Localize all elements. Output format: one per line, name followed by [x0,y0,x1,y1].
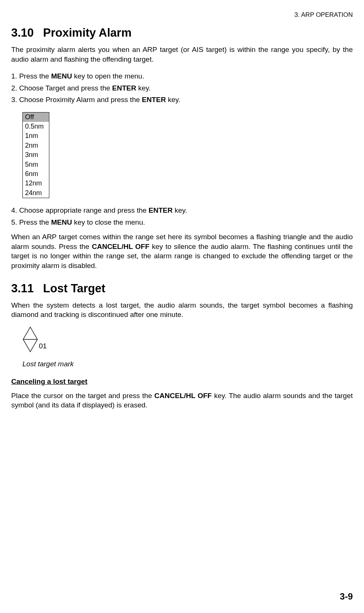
menu-option-6nm: 6nm [23,169,49,179]
menu-option-off: Off [23,113,49,122]
lost-target-caption: Lost target mark [22,360,353,368]
section-heading-310: 3.10Proximity Alarm [11,26,353,40]
section-title: Lost Target [43,282,105,295]
section-title: Proximity Alarm [43,26,132,39]
canceling-lost-target-body: Place the cursor on the target and press… [11,391,353,410]
section-number: 3.10 [11,26,34,39]
step-5: 5. Press the MENU key to close the menu. [11,217,353,228]
steps-list-2: 4. Choose appropriate range and press th… [11,205,353,228]
step-1: 1. Press the MENU key to open the menu. [11,71,353,81]
section-311-intro: When the system detects a lost target, t… [11,301,353,320]
section-heading-311: 3.11Lost Target [11,282,353,295]
chapter-header: 3. ARP OPERATION [11,11,353,19]
step-2: 2. Choose Target and press the ENTER key… [11,83,353,93]
menu-option-5nm: 5nm [23,160,49,169]
section-310-intro: The proximity alarm alerts you when an A… [11,45,353,64]
section-number: 3.11 [11,282,34,295]
diamond-icon [22,326,38,352]
menu-option-1nm: 1nm [23,131,49,141]
steps-list-1: 1. Press the MENU key to open the menu. … [11,71,353,105]
step-3: 3. Choose Proximity Alarm and press the … [11,94,353,105]
canceling-lost-target-heading: Canceling a lost target [11,378,353,386]
page-number: 3-9 [340,591,353,602]
menu-option-05nm: 0.5nm [23,122,49,131]
menu-option-24nm: 24nm [23,188,49,198]
section-310-body: When an ARP target comes within the rang… [11,232,353,271]
diamond-label: 01 [39,342,47,350]
step-4: 4. Choose appropriate range and press th… [11,205,353,216]
lost-target-diagram: 01 [22,326,353,352]
proximity-alarm-menu: Off 0.5nm 1nm 2nm 3nm 5nm 6nm 12nm 24nm [22,112,49,198]
menu-option-3nm: 3nm [23,150,49,160]
menu-option-2nm: 2nm [23,141,49,150]
menu-option-12nm: 12nm [23,179,49,188]
